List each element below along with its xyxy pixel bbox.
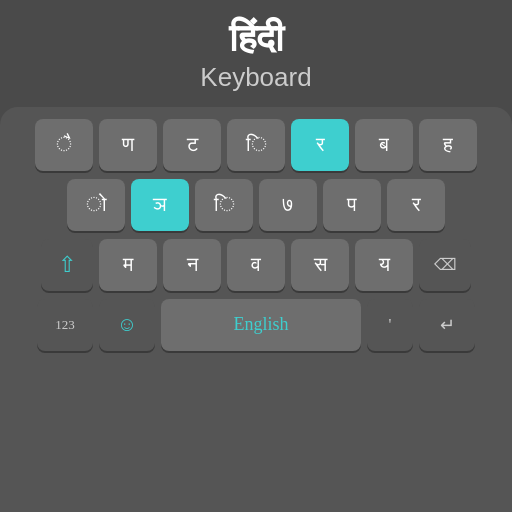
backspace-key[interactable]: ⌫ [419, 239, 471, 291]
key-ra-highlighted[interactable]: र [291, 119, 349, 171]
key-sa[interactable]: स [291, 239, 349, 291]
key-ya[interactable]: य [355, 239, 413, 291]
key-na2[interactable]: न [163, 239, 221, 291]
key-ai[interactable]: ै [35, 119, 93, 171]
key-ba[interactable]: ब [355, 119, 413, 171]
key-ra2[interactable]: र [387, 179, 445, 231]
key-va[interactable]: व [227, 239, 285, 291]
key-ta[interactable]: ट [163, 119, 221, 171]
key-row-2: ो ञ ि ७ प र [8, 179, 504, 231]
key-i[interactable]: ि [227, 119, 285, 171]
key-o[interactable]: ो [67, 179, 125, 231]
key-i2[interactable]: ि [195, 179, 253, 231]
key-row-3: ⇧ म न व स य ⌫ [8, 239, 504, 291]
comma-key[interactable]: ' [367, 299, 413, 351]
keyboard-label: Keyboard [10, 62, 502, 93]
shift-key[interactable]: ⇧ [41, 239, 93, 291]
key-row-4: 123 ☺ English ' ↵ [8, 299, 504, 351]
key-na[interactable]: ण [99, 119, 157, 171]
key-nya-highlighted[interactable]: ञ [131, 179, 189, 231]
emoji-key[interactable]: ☺ [99, 299, 155, 351]
key-ha[interactable]: ह [419, 119, 477, 171]
key-pa[interactable]: प [323, 179, 381, 231]
numbers-key[interactable]: 123 [37, 299, 93, 351]
space-bar[interactable]: English [161, 299, 361, 351]
key-7[interactable]: ७ [259, 179, 317, 231]
app-header: हिंदी Keyboard [0, 0, 512, 107]
hindi-title: हिंदी [10, 18, 502, 60]
key-ma[interactable]: म [99, 239, 157, 291]
key-row-1: ै ण ट ि र ब ह [8, 119, 504, 171]
keyboard-area: ै ण ट ि र ब ह ो ञ ि ७ प र ⇧ म न व स य ⌫ … [0, 107, 512, 512]
enter-key[interactable]: ↵ [419, 299, 475, 351]
